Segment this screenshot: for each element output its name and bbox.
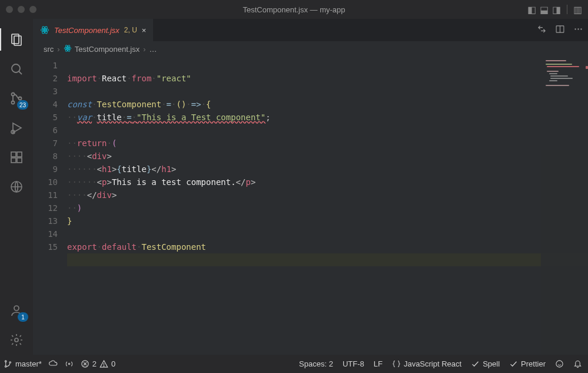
status-sync[interactable] <box>49 359 58 368</box>
tab-close-icon[interactable]: × <box>142 26 147 35</box>
breadcrumb-file[interactable]: TestComponent.jsx <box>64 44 140 54</box>
minimap[interactable] <box>541 57 588 355</box>
check-icon <box>509 359 518 368</box>
activity-debug[interactable] <box>0 113 33 143</box>
svg-rect-12 <box>17 158 22 163</box>
window-close-dot[interactable] <box>6 6 13 13</box>
line-number: 4 <box>33 98 58 111</box>
line-number: 8 <box>33 150 58 163</box>
scm-badge: 23 <box>17 100 28 110</box>
svg-point-29 <box>5 361 7 362</box>
branch-label: master* <box>15 359 42 368</box>
chevron-right-icon: › <box>57 45 59 54</box>
status-prettier[interactable]: Prettier <box>509 359 546 368</box>
line-number: 9 <box>33 163 58 176</box>
tab-bar: TestComponent.jsx 2, U × <box>33 19 588 41</box>
svg-point-31 <box>9 362 11 364</box>
spell-label: Spell <box>483 359 500 368</box>
activity-extensions[interactable] <box>0 143 33 172</box>
svg-point-5 <box>12 101 15 104</box>
svg-point-37 <box>104 366 104 367</box>
svg-rect-11 <box>11 158 16 163</box>
svg-point-6 <box>19 97 22 100</box>
activity-bar: 23 1 <box>0 19 33 355</box>
activity-search[interactable] <box>0 54 33 84</box>
svg-point-4 <box>12 93 15 96</box>
status-spaces[interactable]: Spaces: 2 <box>299 359 333 368</box>
line-number: 1 <box>33 59 58 72</box>
breadcrumb-symbol[interactable]: … <box>150 45 157 54</box>
status-encoding[interactable]: UTF-8 <box>343 359 364 368</box>
chevron-right-icon: › <box>143 45 145 54</box>
layout-left-icon[interactable]: ◧ <box>527 4 536 15</box>
svg-point-38 <box>556 361 563 367</box>
line-number: 7 <box>33 137 58 150</box>
svg-point-25 <box>67 47 68 48</box>
layout-right-icon[interactable]: ◨ <box>552 4 561 15</box>
activity-settings[interactable] <box>0 325 33 355</box>
layout-bottom-icon[interactable]: ⬓ <box>540 4 549 15</box>
breadcrumb[interactable]: src › TestComponent.jsx › … <box>33 41 588 57</box>
line-number: 13 <box>33 214 58 227</box>
window-title: TestComponent.jsx — my-app <box>0 5 588 14</box>
cloud-sync-icon <box>49 359 58 368</box>
svg-point-15 <box>15 338 18 342</box>
compare-changes-icon[interactable] <box>537 24 547 37</box>
line-gutter: 1 2 3 4 5 6 7 8 9 10 11 12 13 14 15 <box>33 57 67 355</box>
language-label: JavaScript React <box>404 359 461 368</box>
status-language[interactable]: JavaScript React <box>392 359 461 368</box>
status-problems[interactable]: 2 0 <box>81 359 115 368</box>
accounts-badge: 1 <box>18 312 28 322</box>
svg-point-30 <box>5 366 7 368</box>
activity-remote[interactable] <box>0 172 33 202</box>
code-editor[interactable]: 1 2 3 4 5 6 7 8 9 10 11 12 13 14 15 impo… <box>33 57 588 355</box>
status-notifications[interactable] <box>573 359 582 368</box>
line-number: 10 <box>33 176 58 189</box>
line-number: 15 <box>33 240 58 253</box>
svg-point-14 <box>14 306 19 311</box>
line-number: 14 <box>33 227 58 240</box>
status-feedback[interactable] <box>555 359 564 368</box>
status-live-share[interactable] <box>65 359 74 368</box>
git-branch-icon <box>4 359 12 368</box>
more-actions-icon[interactable] <box>573 24 583 37</box>
activity-scm[interactable]: 23 <box>0 84 33 113</box>
tab-testcomponent[interactable]: TestComponent.jsx 2, U × <box>33 19 153 41</box>
broadcast-icon <box>65 359 74 368</box>
activity-explorer[interactable] <box>0 25 33 54</box>
line-number: 12 <box>33 202 58 214</box>
status-branch[interactable]: master* <box>4 359 42 368</box>
svg-point-32 <box>68 363 70 365</box>
svg-point-2 <box>12 64 20 72</box>
activity-accounts[interactable]: 1 <box>0 296 33 325</box>
svg-line-3 <box>19 71 22 74</box>
check-icon <box>471 359 480 368</box>
line-number: 6 <box>33 124 58 137</box>
window-minimize-dot[interactable] <box>18 6 25 13</box>
status-spell[interactable]: Spell <box>471 359 500 368</box>
layout-customize-icon[interactable]: ▥ <box>573 4 582 15</box>
window-zoom-dot[interactable] <box>29 6 36 13</box>
line-number: 11 <box>33 189 58 202</box>
svg-point-22 <box>574 28 576 29</box>
bell-icon <box>573 359 582 368</box>
tab-dirty-indicator: 2, U <box>124 26 137 34</box>
window-controls[interactable] <box>6 6 36 13</box>
editor-area: TestComponent.jsx 2, U × src › TestCompo… <box>33 19 588 355</box>
react-file-icon <box>64 44 72 54</box>
split-editor-icon[interactable] <box>555 24 565 37</box>
breadcrumb-folder[interactable]: src <box>44 45 54 54</box>
title-layout-controls[interactable]: ◧ ⬓ ◨ ▥ <box>527 4 582 15</box>
prettier-label: Prettier <box>521 359 546 368</box>
feedback-icon <box>555 359 564 368</box>
braces-icon <box>392 359 401 368</box>
titlebar: TestComponent.jsx — my-app ◧ ⬓ ◨ ▥ <box>0 0 588 19</box>
error-count: 2 <box>92 359 97 368</box>
status-eol[interactable]: LF <box>374 359 383 368</box>
separator <box>567 5 567 14</box>
tab-filename: TestComponent.jsx <box>54 26 119 35</box>
svg-rect-9 <box>11 152 16 157</box>
line-number: 3 <box>33 85 58 98</box>
line-number: 5 <box>33 111 58 124</box>
code-content[interactable]: import·React·from·"react" const·TestComp… <box>67 57 588 355</box>
